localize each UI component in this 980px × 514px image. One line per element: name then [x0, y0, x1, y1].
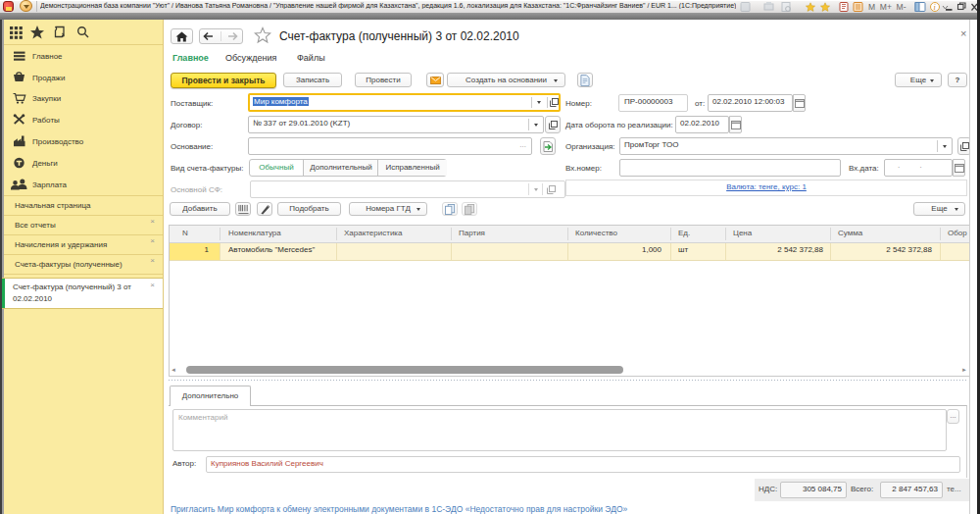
svg-text:M M+ M-: M M+ M- [868, 2, 906, 12]
svg-text:i: i [934, 3, 936, 12]
